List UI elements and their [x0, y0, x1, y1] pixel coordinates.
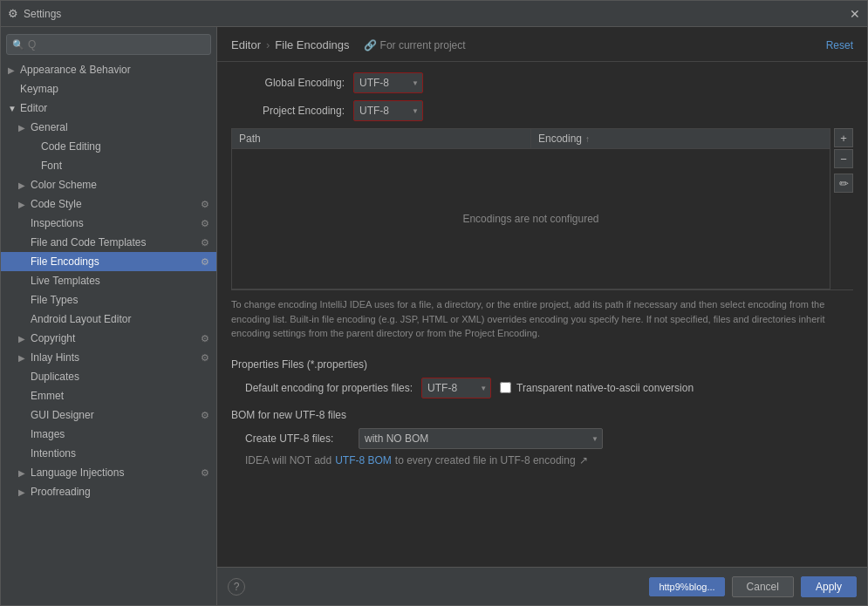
- sidebar-item-copyright[interactable]: ▶ Copyright ⚙: [1, 329, 216, 348]
- edit-encoding-button[interactable]: ✏: [834, 174, 853, 193]
- window-title: Settings: [24, 8, 61, 20]
- global-encoding-label: Global Encoding:: [231, 77, 345, 89]
- close-button[interactable]: ✕: [850, 7, 860, 21]
- sidebar-item-gui-designer[interactable]: ▶ GUI Designer ⚙: [1, 405, 216, 425]
- help-label: ?: [234, 581, 240, 593]
- expand-arrow-inlay-hints: ▶: [18, 353, 27, 363]
- sidebar-item-android-layout[interactable]: ▶ Android Layout Editor: [1, 310, 216, 329]
- sidebar-label-code-editing: Code Editing: [41, 140, 101, 153]
- sidebar-item-inspections[interactable]: ▶ Inspections ⚙: [1, 214, 216, 233]
- properties-encoding-wrapper[interactable]: UTF-8: [421, 378, 491, 398]
- global-encoding-select[interactable]: UTF-8: [353, 72, 423, 93]
- transparent-label: Transparent native-to-ascii conversion: [516, 382, 694, 394]
- sidebar-label-language: Language Injections: [31, 466, 124, 479]
- sidebar-label-color-scheme: Color Scheme: [31, 179, 97, 191]
- bom-info-link[interactable]: UTF-8 BOM: [335, 454, 392, 466]
- properties-row: Default encoding for properties files: U…: [231, 378, 853, 398]
- sidebar-label-appearance: Appearance & Behavior: [20, 64, 131, 76]
- sidebar-item-intentions[interactable]: ▶ Intentions: [1, 444, 216, 463]
- title-bar-left: ⚙ Settings: [8, 7, 61, 20]
- sidebar-item-file-encodings[interactable]: ▶ File Encodings ⚙: [1, 252, 216, 271]
- bom-select[interactable]: with NO BOM with BOM always add BOM: [359, 428, 603, 449]
- transparent-checkbox-row: Transparent native-to-ascii conversion: [500, 382, 694, 394]
- settings-icon-copyright: ⚙: [201, 333, 209, 344]
- window-icon: ⚙: [8, 7, 18, 20]
- sidebar-item-live-templates[interactable]: ▶ Live Templates: [1, 271, 216, 290]
- sidebar-item-color-scheme[interactable]: ▶ Color Scheme: [1, 175, 216, 194]
- settings-icon-file-encodings: ⚙: [201, 256, 209, 268]
- link-icon: 🔗: [364, 39, 377, 51]
- for-project: 🔗 For current project: [364, 39, 466, 51]
- bom-section: BOM for new UTF-8 files Create UTF-8 fil…: [231, 409, 853, 466]
- sidebar-item-code-editing[interactable]: ▶ Code Editing: [1, 137, 216, 156]
- settings-icon-inlay-hints: ⚙: [201, 352, 209, 364]
- sidebar-label-file-encodings: File Encodings: [31, 255, 99, 268]
- sidebar-label-intentions: Intentions: [31, 447, 76, 460]
- bom-select-wrapper[interactable]: with NO BOM with BOM always add BOM: [359, 428, 603, 449]
- sidebar-item-keymap[interactable]: ▶ Keymap: [1, 79, 216, 99]
- col-path-label: Path: [239, 133, 261, 145]
- sidebar-item-font[interactable]: ▶ Font: [1, 156, 216, 175]
- properties-encoding-select[interactable]: UTF-8: [421, 378, 491, 398]
- sidebar-item-file-code-templates[interactable]: ▶ File and Code Templates ⚙: [1, 233, 216, 252]
- sidebar-label-copyright: Copyright: [31, 332, 75, 344]
- search-icon: 🔍: [12, 39, 24, 51]
- settings-icon-inspections: ⚙: [201, 218, 209, 229]
- breadcrumb-parent: Editor: [231, 38, 261, 51]
- sidebar-item-general[interactable]: ▶ General: [1, 118, 216, 137]
- table-header: Path Encoding ↑: [232, 129, 830, 149]
- transparent-checkbox[interactable]: [500, 382, 511, 393]
- sidebar-item-editor[interactable]: ▼ Editor: [1, 99, 216, 118]
- encoding-info-text: To change encoding IntelliJ IDEA uses fo…: [231, 289, 853, 348]
- bom-info: IDEA will NOT add UTF-8 BOM to every cre…: [231, 454, 853, 466]
- sidebar-item-images[interactable]: ▶ Images: [1, 425, 216, 444]
- sidebar-item-file-types[interactable]: ▶ File Types: [1, 290, 216, 310]
- sidebar-item-code-style[interactable]: ▶ Code Style ⚙: [1, 194, 216, 214]
- search-box[interactable]: 🔍: [6, 34, 211, 55]
- settings-window: ⚙ Settings ✕ 🔍 ▶ Appearance & Behavior ▶…: [0, 0, 868, 606]
- cancel-button[interactable]: Cancel: [732, 576, 794, 597]
- settings-icon-gui: ⚙: [201, 410, 209, 421]
- sidebar-label-images: Images: [31, 428, 65, 440]
- watermark-button[interactable]: http9%blog...: [649, 577, 724, 596]
- breadcrumb-separator: ›: [266, 38, 270, 51]
- sidebar-item-duplicates[interactable]: ▶ Duplicates: [1, 367, 216, 386]
- side-buttons: + − ✏: [834, 128, 853, 289]
- bom-info-arrow: ↗: [579, 454, 588, 466]
- project-encoding-row: Project Encoding: UTF-8: [231, 100, 853, 121]
- table-body: Encodings are not configured: [232, 149, 830, 289]
- create-utf8-label: Create UTF-8 files:: [245, 432, 350, 445]
- remove-encoding-button[interactable]: −: [834, 149, 853, 168]
- reset-button[interactable]: Reset: [826, 39, 853, 51]
- sidebar-label-live-templates: Live Templates: [31, 275, 100, 287]
- expand-arrow-copyright: ▶: [18, 334, 27, 344]
- title-bar: ⚙ Settings ✕: [1, 1, 867, 27]
- footer-right: http9%blog... Cancel Apply: [649, 576, 857, 597]
- sidebar-label-emmet: Emmet: [31, 390, 64, 402]
- th-path: Path: [232, 129, 531, 148]
- project-encoding-select[interactable]: UTF-8: [353, 100, 423, 121]
- main-content-area: 🔍 ▶ Appearance & Behavior ▶ Keymap ▼ Edi…: [1, 27, 867, 605]
- sidebar-item-language-injections[interactable]: ▶ Language Injections ⚙: [1, 463, 216, 482]
- project-encoding-select-wrapper[interactable]: UTF-8: [353, 100, 423, 121]
- sidebar-label-inspections: Inspections: [31, 217, 84, 229]
- sidebar-item-appearance[interactable]: ▶ Appearance & Behavior: [1, 60, 216, 79]
- help-button[interactable]: ?: [228, 578, 245, 596]
- expand-arrow-code-style: ▶: [18, 200, 27, 209]
- expand-arrow-general: ▶: [18, 123, 27, 133]
- search-input[interactable]: [28, 38, 205, 51]
- bom-section-title: BOM for new UTF-8 files: [231, 409, 853, 421]
- sidebar-item-proofreading[interactable]: ▶ Proofreading: [1, 482, 216, 501]
- sidebar-label-file-types: File Types: [31, 294, 78, 306]
- project-encoding-label: Project Encoding:: [231, 105, 345, 117]
- global-encoding-select-wrapper[interactable]: UTF-8: [353, 72, 423, 93]
- sidebar-item-emmet[interactable]: ▶ Emmet: [1, 386, 216, 405]
- expand-arrow-proofreading: ▶: [18, 487, 27, 497]
- sidebar-label-proofreading: Proofreading: [31, 486, 91, 498]
- add-encoding-button[interactable]: +: [834, 128, 853, 147]
- for-project-label: For current project: [380, 39, 466, 51]
- sidebar-label-gui: GUI Designer: [31, 409, 94, 421]
- sidebar-item-inlay-hints[interactable]: ▶ Inlay Hints ⚙: [1, 348, 216, 367]
- apply-button[interactable]: Apply: [801, 576, 857, 597]
- settings-icon-language: ⚙: [201, 467, 209, 479]
